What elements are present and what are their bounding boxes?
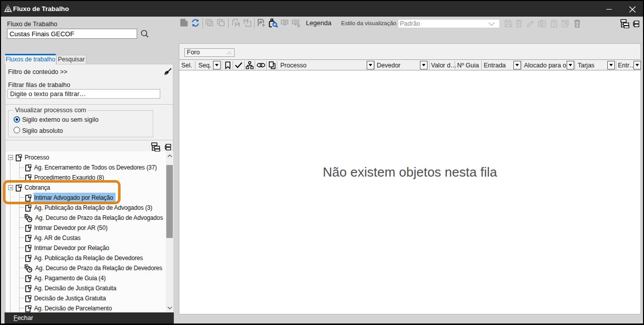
svg-text:P: P bbox=[259, 20, 262, 25]
